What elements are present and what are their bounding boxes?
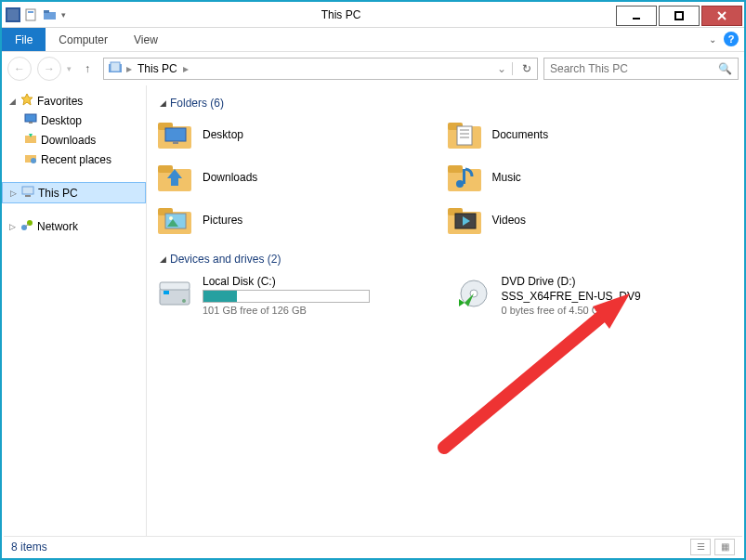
folder-item-videos[interactable]: Videos: [446, 204, 736, 236]
recent-locations-dropdown[interactable]: ▾: [67, 64, 72, 73]
svg-rect-20: [25, 195, 31, 197]
svg-point-53: [182, 299, 186, 303]
folder-item-desktop[interactable]: Desktop: [156, 119, 446, 150]
drive-item-dvd[interactable]: DVD Drive (D:)SSS_X64FRE_EN-US_DV90 byte…: [455, 275, 736, 316]
folder-item-documents[interactable]: Documents: [446, 119, 736, 150]
close-button[interactable]: [701, 6, 742, 26]
qat-properties-icon[interactable]: [24, 7, 39, 22]
pc-icon: [21, 185, 34, 201]
svg-rect-4: [44, 12, 56, 20]
tree-item-desktop[interactable]: Desktop: [2, 111, 146, 130]
section-folders-header[interactable]: ◢ Folders (6): [160, 97, 735, 110]
folder-icon: [446, 119, 483, 150]
star-icon: [20, 93, 33, 109]
content-pane: ◢ Folders (6) DesktopDocumentsDownloadsM…: [147, 85, 744, 536]
folder-label: Documents: [492, 128, 549, 141]
maximize-button[interactable]: [659, 6, 700, 26]
folder-icon: [156, 119, 193, 150]
file-tab[interactable]: File: [2, 28, 46, 51]
drive-free-text: 0 bytes free of 4.50 GB: [502, 305, 641, 316]
svg-rect-5: [44, 10, 49, 13]
tree-item-downloads[interactable]: Downloads: [2, 130, 146, 150]
svg-rect-40: [463, 169, 465, 184]
app-icon: [6, 7, 20, 22]
minimize-button[interactable]: [616, 6, 657, 26]
tree-network[interactable]: ▷ Network: [2, 216, 146, 236]
drive-info: DVD Drive (D:)SSS_X64FRE_EN-US_DV90 byte…: [502, 275, 641, 316]
tree-favorites[interactable]: ◢ Favorites: [2, 91, 146, 111]
tree-item-label: This PC: [38, 187, 78, 200]
folder-icon: [446, 204, 483, 236]
svg-rect-52: [164, 291, 169, 294]
search-icon[interactable]: 🔍: [718, 62, 732, 75]
tree-item-label: Downloads: [41, 134, 96, 147]
title-bar: ▾ This PC: [2, 2, 744, 28]
breadcrumb-thispc[interactable]: This PC: [136, 62, 179, 75]
svg-point-44: [169, 216, 173, 220]
folder-item-downloads[interactable]: Downloads: [156, 162, 446, 193]
collapse-icon[interactable]: ◢: [160, 254, 166, 264]
expand-icon[interactable]: ▷: [7, 222, 17, 231]
quick-access-toolbar: ▾: [2, 7, 66, 22]
folder-icon: [156, 162, 193, 193]
qat-newfolder-icon[interactable]: [43, 7, 58, 22]
tree-item-label: Network: [37, 220, 78, 233]
address-dropdown-icon[interactable]: ⌄: [497, 62, 513, 75]
svg-rect-2: [26, 9, 35, 20]
back-button[interactable]: ←: [7, 57, 32, 81]
svg-rect-35: [158, 165, 173, 173]
drive-free-text: 101 GB free of 126 GB: [203, 305, 370, 316]
drive-name: Local Disk (C:): [203, 275, 370, 288]
refresh-button[interactable]: ↻: [517, 62, 537, 75]
folder-label: Music: [492, 171, 521, 184]
up-button[interactable]: ↑: [77, 59, 98, 79]
folder-label: Downloads: [203, 171, 257, 184]
ribbon-expand-icon[interactable]: ⌄: [709, 34, 716, 45]
storage-bar: [203, 290, 370, 303]
folder-icon: [446, 162, 483, 193]
svg-rect-14: [29, 122, 33, 124]
forward-button[interactable]: →: [37, 57, 61, 81]
svg-rect-13: [25, 114, 36, 122]
tab-computer[interactable]: Computer: [46, 28, 121, 51]
svg-rect-26: [165, 128, 186, 141]
svg-rect-30: [457, 126, 472, 145]
collapse-icon[interactable]: ◢: [160, 98, 166, 108]
drive-volume-label: SSS_X64FRE_EN-US_DV9: [502, 290, 641, 303]
help-icon[interactable]: ?: [724, 32, 739, 46]
folder-icon: [156, 204, 193, 236]
search-box[interactable]: 🔍: [543, 58, 739, 80]
svg-point-39: [456, 180, 464, 188]
folder-item-pictures[interactable]: Pictures: [156, 204, 446, 236]
tab-view[interactable]: View: [121, 28, 171, 51]
svg-rect-27: [173, 141, 178, 144]
nav-bar: ← → ▾ ↑ ▸ This PC ▸ ⌄ ↻ 🔍: [2, 52, 744, 85]
expand-icon[interactable]: ▷: [8, 189, 18, 198]
status-bar: 8 items ☰ ▦: [4, 536, 742, 556]
search-input[interactable]: [550, 62, 718, 75]
view-details-button[interactable]: ☰: [690, 539, 711, 555]
drive-item-hdd[interactable]: Local Disk (C:)101 GB free of 126 GB: [156, 275, 437, 316]
desktop-icon: [24, 112, 37, 128]
folder-item-music[interactable]: Music: [446, 162, 736, 193]
recent-icon: [24, 151, 37, 167]
section-drives-header[interactable]: ◢ Devices and drives (2): [160, 253, 735, 266]
drive-name: DVD Drive (D:): [502, 275, 641, 288]
address-bar[interactable]: ▸ This PC ▸ ⌄ ↻: [103, 58, 538, 80]
dvd-icon: [455, 275, 492, 312]
section-label: Folders (6): [170, 97, 224, 110]
tree-thispc[interactable]: ▷ This PC: [2, 182, 146, 203]
folder-label: Videos: [492, 214, 526, 227]
tree-item-label: Recent places: [41, 153, 111, 166]
tree-item-recent[interactable]: Recent places: [2, 150, 146, 169]
breadcrumb-icon: [108, 60, 123, 78]
collapse-icon[interactable]: ◢: [7, 97, 17, 106]
svg-rect-1: [7, 9, 19, 20]
svg-line-58: [444, 308, 611, 448]
hdd-icon: [156, 275, 193, 312]
view-icons-button[interactable]: ▦: [714, 539, 735, 555]
svg-point-18: [31, 158, 36, 163]
drive-info: Local Disk (C:)101 GB free of 126 GB: [203, 275, 370, 316]
ribbon: File Computer View ⌄ ?: [2, 28, 744, 52]
breadcrumb-sep2[interactable]: ▸: [183, 62, 189, 75]
